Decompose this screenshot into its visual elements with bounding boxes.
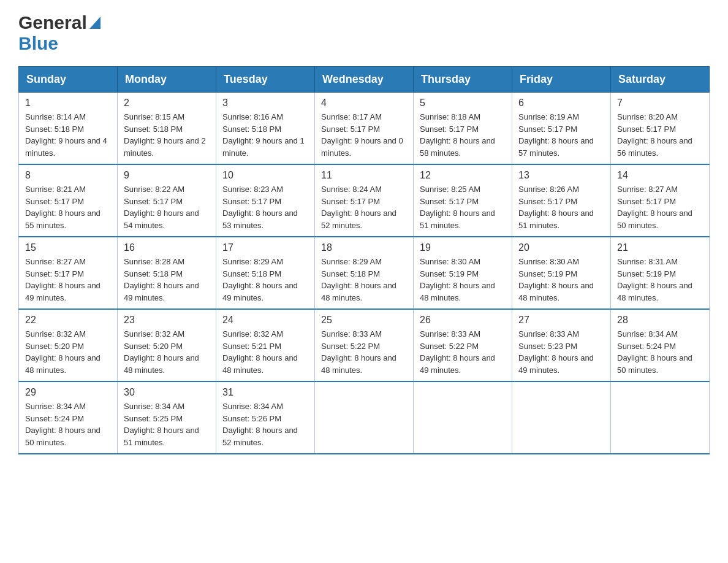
day-info: Sunrise: 8:19 AM Sunset: 5:17 PM Dayligh… [518, 111, 604, 159]
day-info: Sunrise: 8:34 AM Sunset: 5:25 PM Dayligh… [124, 400, 210, 448]
day-number: 18 [321, 242, 407, 253]
calendar-day-cell: 3 Sunrise: 8:16 AM Sunset: 5:18 PM Dayli… [216, 93, 315, 165]
day-info: Sunrise: 8:32 AM Sunset: 5:21 PM Dayligh… [222, 328, 308, 376]
day-info: Sunrise: 8:22 AM Sunset: 5:17 PM Dayligh… [124, 183, 210, 231]
day-number: 19 [420, 242, 506, 253]
calendar-day-cell: 12 Sunrise: 8:25 AM Sunset: 5:17 PM Dayl… [414, 164, 512, 237]
day-number: 1 [25, 98, 111, 109]
day-number: 10 [222, 170, 308, 181]
day-info: Sunrise: 8:32 AM Sunset: 5:20 PM Dayligh… [25, 328, 111, 376]
logo-blue-text: Blue [18, 33, 58, 53]
calendar-day-cell: 7 Sunrise: 8:20 AM Sunset: 5:17 PM Dayli… [611, 93, 710, 165]
day-info: Sunrise: 8:31 AM Sunset: 5:19 PM Dayligh… [617, 256, 703, 304]
day-number: 30 [124, 387, 210, 398]
day-info: Sunrise: 8:33 AM Sunset: 5:22 PM Dayligh… [321, 328, 407, 376]
day-info: Sunrise: 8:34 AM Sunset: 5:24 PM Dayligh… [25, 400, 111, 448]
empty-cell [315, 381, 414, 454]
day-number: 25 [321, 315, 407, 326]
calendar-day-cell: 10 Sunrise: 8:23 AM Sunset: 5:17 PM Dayl… [216, 164, 315, 237]
col-header-saturday: Saturday [611, 67, 710, 93]
day-number: 11 [321, 170, 407, 181]
day-info: Sunrise: 8:26 AM Sunset: 5:17 PM Dayligh… [518, 183, 604, 231]
calendar-day-cell: 30 Sunrise: 8:34 AM Sunset: 5:25 PM Dayl… [118, 381, 216, 454]
day-number: 3 [222, 98, 308, 109]
day-info: Sunrise: 8:15 AM Sunset: 5:18 PM Dayligh… [124, 111, 210, 159]
logo: General Blue [18, 12, 100, 54]
calendar-day-cell: 31 Sunrise: 8:34 AM Sunset: 5:26 PM Dayl… [216, 381, 315, 454]
day-info: Sunrise: 8:21 AM Sunset: 5:17 PM Dayligh… [25, 183, 111, 231]
day-info: Sunrise: 8:24 AM Sunset: 5:17 PM Dayligh… [321, 183, 407, 231]
day-info: Sunrise: 8:27 AM Sunset: 5:17 PM Dayligh… [617, 183, 703, 231]
calendar-day-cell: 29 Sunrise: 8:34 AM Sunset: 5:24 PM Dayl… [19, 381, 118, 454]
calendar-day-cell: 6 Sunrise: 8:19 AM Sunset: 5:17 PM Dayli… [512, 93, 611, 165]
day-info: Sunrise: 8:34 AM Sunset: 5:24 PM Dayligh… [617, 328, 703, 376]
day-info: Sunrise: 8:30 AM Sunset: 5:19 PM Dayligh… [420, 256, 506, 304]
calendar-day-cell: 23 Sunrise: 8:32 AM Sunset: 5:20 PM Dayl… [118, 309, 216, 381]
day-number: 9 [124, 170, 210, 181]
day-info: Sunrise: 8:16 AM Sunset: 5:18 PM Dayligh… [222, 111, 308, 159]
calendar-day-cell: 8 Sunrise: 8:21 AM Sunset: 5:17 PM Dayli… [19, 164, 118, 237]
header: General Blue [18, 12, 710, 54]
calendar-day-cell: 25 Sunrise: 8:33 AM Sunset: 5:22 PM Dayl… [315, 309, 414, 381]
day-number: 27 [518, 315, 604, 326]
calendar-day-cell: 9 Sunrise: 8:22 AM Sunset: 5:17 PM Dayli… [118, 164, 216, 237]
calendar-day-cell: 15 Sunrise: 8:27 AM Sunset: 5:17 PM Dayl… [19, 237, 118, 309]
day-number: 22 [25, 315, 111, 326]
calendar-day-cell: 16 Sunrise: 8:28 AM Sunset: 5:18 PM Dayl… [118, 237, 216, 309]
day-number: 4 [321, 98, 407, 109]
day-info: Sunrise: 8:33 AM Sunset: 5:22 PM Dayligh… [420, 328, 506, 376]
calendar-day-cell: 26 Sunrise: 8:33 AM Sunset: 5:22 PM Dayl… [414, 309, 512, 381]
calendar-day-cell: 11 Sunrise: 8:24 AM Sunset: 5:17 PM Dayl… [315, 164, 414, 237]
empty-cell [611, 381, 710, 454]
calendar-week-row: 8 Sunrise: 8:21 AM Sunset: 5:17 PM Dayli… [19, 164, 710, 237]
calendar-day-cell: 19 Sunrise: 8:30 AM Sunset: 5:19 PM Dayl… [414, 237, 512, 309]
day-info: Sunrise: 8:17 AM Sunset: 5:17 PM Dayligh… [321, 111, 407, 159]
day-info: Sunrise: 8:33 AM Sunset: 5:23 PM Dayligh… [518, 328, 604, 376]
calendar-day-cell: 24 Sunrise: 8:32 AM Sunset: 5:21 PM Dayl… [216, 309, 315, 381]
calendar-day-cell: 28 Sunrise: 8:34 AM Sunset: 5:24 PM Dayl… [611, 309, 710, 381]
calendar-day-cell: 18 Sunrise: 8:29 AM Sunset: 5:18 PM Dayl… [315, 237, 414, 309]
day-number: 13 [518, 170, 604, 181]
day-info: Sunrise: 8:29 AM Sunset: 5:18 PM Dayligh… [222, 256, 308, 304]
calendar-week-row: 1 Sunrise: 8:14 AM Sunset: 5:18 PM Dayli… [19, 93, 710, 165]
col-header-monday: Monday [118, 67, 216, 93]
calendar-week-row: 15 Sunrise: 8:27 AM Sunset: 5:17 PM Dayl… [19, 237, 710, 309]
day-number: 14 [617, 170, 703, 181]
day-info: Sunrise: 8:18 AM Sunset: 5:17 PM Dayligh… [420, 111, 506, 159]
col-header-wednesday: Wednesday [315, 67, 414, 93]
day-info: Sunrise: 8:20 AM Sunset: 5:17 PM Dayligh… [617, 111, 703, 159]
day-number: 12 [420, 170, 506, 181]
day-info: Sunrise: 8:28 AM Sunset: 5:18 PM Dayligh… [124, 256, 210, 304]
day-number: 29 [25, 387, 111, 398]
calendar-week-row: 22 Sunrise: 8:32 AM Sunset: 5:20 PM Dayl… [19, 309, 710, 381]
day-info: Sunrise: 8:32 AM Sunset: 5:20 PM Dayligh… [124, 328, 210, 376]
calendar-day-cell: 2 Sunrise: 8:15 AM Sunset: 5:18 PM Dayli… [118, 93, 216, 165]
calendar-day-cell: 27 Sunrise: 8:33 AM Sunset: 5:23 PM Dayl… [512, 309, 611, 381]
col-header-thursday: Thursday [414, 67, 512, 93]
col-header-sunday: Sunday [19, 67, 118, 93]
day-number: 28 [617, 315, 703, 326]
day-number: 5 [420, 98, 506, 109]
calendar-day-cell: 20 Sunrise: 8:30 AM Sunset: 5:19 PM Dayl… [512, 237, 611, 309]
day-number: 8 [25, 170, 111, 181]
day-info: Sunrise: 8:27 AM Sunset: 5:17 PM Dayligh… [25, 256, 111, 304]
day-number: 21 [617, 242, 703, 253]
calendar-day-cell: 4 Sunrise: 8:17 AM Sunset: 5:17 PM Dayli… [315, 93, 414, 165]
logo-general-text: General [18, 12, 87, 33]
day-number: 16 [124, 242, 210, 253]
day-number: 15 [25, 242, 111, 253]
calendar-day-cell: 14 Sunrise: 8:27 AM Sunset: 5:17 PM Dayl… [611, 164, 710, 237]
day-number: 6 [518, 98, 604, 109]
calendar-day-cell: 21 Sunrise: 8:31 AM Sunset: 5:19 PM Dayl… [611, 237, 710, 309]
col-header-tuesday: Tuesday [216, 67, 315, 93]
day-number: 23 [124, 315, 210, 326]
day-number: 7 [617, 98, 703, 109]
day-number: 20 [518, 242, 604, 253]
day-info: Sunrise: 8:14 AM Sunset: 5:18 PM Dayligh… [25, 111, 111, 159]
day-number: 2 [124, 98, 210, 109]
day-number: 31 [222, 387, 308, 398]
day-info: Sunrise: 8:23 AM Sunset: 5:17 PM Dayligh… [222, 183, 308, 231]
col-header-friday: Friday [512, 67, 611, 93]
day-number: 24 [222, 315, 308, 326]
calendar-day-cell: 1 Sunrise: 8:14 AM Sunset: 5:18 PM Dayli… [19, 93, 118, 165]
